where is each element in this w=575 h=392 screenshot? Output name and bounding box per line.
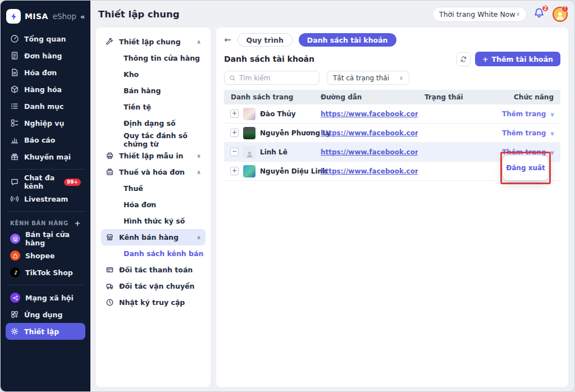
sidebar-item-label: Nghiệp vụ [24, 119, 64, 127]
chevron-up-icon: ∧ [197, 39, 201, 45]
refresh-button[interactable] [457, 52, 471, 66]
sidebar-item-mang-xa-hoi[interactable]: Mạng xã hội [6, 289, 85, 306]
account-cell: + Đào Thủy [224, 108, 314, 120]
menu-hinh-thuc-ky-so[interactable]: Hình thức ký số [101, 213, 206, 229]
table-row: + Nguyễn Phương Ly https://www.facebook.… [224, 124, 560, 143]
sidebar-item-label: Livestream [24, 195, 68, 203]
live-icon [10, 194, 19, 203]
chevron-down-icon: ∨ [550, 111, 554, 117]
sidebar-item-ban-tai-cua-hang[interactable]: Bán tại cửa hàng [6, 230, 85, 247]
col-duong-dan: Đường dẫn [314, 93, 418, 101]
sidebar-item-nghiep-vu[interactable]: Nghiệp vụ [6, 115, 85, 131]
box-icon [10, 85, 19, 94]
tab-danh-sach-tai-khoan[interactable]: Danh sách tài khoản [299, 33, 396, 47]
menu-doi-tac-thanh-toan[interactable]: Đối tác thanh toán [101, 262, 206, 278]
primary-sidebar: MISAeShop « Tổng quan Đơn hàng Hóa đơn H… [1, 1, 90, 391]
add-page-link[interactable]: Thêm trang [502, 129, 546, 137]
logout-menu-item[interactable]: Đăng xuất [503, 156, 548, 180]
menu-doi-tac-van-chuyen[interactable]: Đối tác vận chuyển [101, 278, 206, 294]
menu-hoa-don[interactable]: Hóa đơn [101, 197, 206, 213]
section-title: Danh sách tài khoản [224, 54, 314, 63]
menu-thong-tin-cua-hang[interactable]: Thông tin cửa hàng [101, 50, 206, 66]
menu-tien-te[interactable]: Tiền tệ [101, 99, 206, 115]
printer-icon [106, 152, 114, 160]
store-channel-icon [10, 234, 20, 244]
expand-icon[interactable]: + [230, 110, 239, 118]
notification-bell-button[interactable]: 2 [533, 7, 546, 21]
tasks-icon [10, 118, 19, 127]
add-account-button[interactable]: +Thêm tài khoản [475, 52, 560, 66]
sidebar-item-danh-muc[interactable]: Danh mục [6, 98, 85, 115]
menu-kho[interactable]: Kho [101, 66, 206, 83]
menu-thue[interactable]: Thuế [101, 180, 206, 197]
menu-thue-va-hoa-don[interactable]: Thuế và hóa đơn∧ [101, 164, 206, 180]
sidebar-item-chat-da-kenh[interactable]: Chat đa kênh99+ [6, 174, 85, 190]
brand-name-suffix: eShop [53, 12, 76, 21]
menu-label: Đối tác thanh toán [119, 266, 193, 274]
app-window: MISAeShop « Tổng quan Đơn hàng Hóa đơn H… [0, 0, 575, 392]
col-danh-sach-trang: Danh sách trang [224, 93, 314, 101]
sidebar-item-tong-quan[interactable]: Tổng quan [6, 30, 85, 47]
shopee-icon [10, 250, 20, 261]
chart-icon [10, 135, 19, 144]
sidebar-item-label: Shopee [25, 252, 54, 260]
apps-icon [10, 310, 19, 319]
menu-thiet-lap-chung[interactable]: Thiết lập chung∧ [101, 34, 206, 50]
store-selector-dropdown[interactable]: Thời trang White Now ∨ [432, 7, 527, 22]
sidebar-item-hoa-don[interactable]: Hóa đơn [6, 64, 85, 81]
menu-dinh-dang-so[interactable]: Định dạng số [101, 115, 206, 131]
invoice-icon [10, 68, 19, 77]
expand-icon[interactable]: + [230, 129, 239, 137]
menu-danh-sach-kenh-ban[interactable]: Danh sách kênh bán [101, 245, 206, 262]
sidebar-item-livestream[interactable]: Livestream [6, 190, 85, 207]
add-channel-icon[interactable]: + [74, 219, 81, 227]
menu-ban-hang[interactable]: Bán hàng [101, 83, 206, 99]
order-icon [10, 51, 19, 60]
account-url-link[interactable]: https://www.facebook.com/pr... [314, 148, 418, 156]
expand-icon[interactable]: + [230, 167, 239, 175]
account-url-link[interactable]: https://www.facebook.com/pr... [314, 110, 418, 118]
action-cell[interactable]: Thêm trang∨ [502, 110, 562, 118]
sidebar-item-label: Danh mục [24, 102, 63, 111]
status-filter-dropdown[interactable]: Tất cả trạng thái ∨ [327, 71, 409, 85]
user-avatar[interactable]: ! [553, 7, 568, 22]
sidebar-item-shopee[interactable]: Shopee [6, 247, 85, 264]
sidebar-collapse-icon[interactable]: « [80, 12, 85, 21]
menu-kenh-ban-hang[interactable]: Kênh bán hàng∧ [101, 229, 206, 245]
menu-nhat-ky-truy-cap[interactable]: Nhật ký truy cập [101, 294, 206, 311]
storefront-icon [106, 233, 114, 241]
add-page-link[interactable]: Thêm trang [502, 110, 546, 118]
collapse-row-icon[interactable]: − [230, 148, 239, 156]
cash-register-icon [106, 168, 114, 176]
account-avatar [243, 108, 255, 120]
top-actions: Thời trang White Now ∨ 2 ! [432, 7, 568, 22]
sidebar-item-hang-hoa[interactable]: Hàng hóa [6, 81, 85, 98]
menu-label: Thuế và hóa đơn [119, 168, 185, 176]
credit-card-icon [106, 266, 114, 274]
sidebar-item-khuyen-mai[interactable]: Khuyến mại [6, 148, 85, 165]
wrench-icon [106, 38, 114, 46]
sidebar-item-ung-dung[interactable]: Ứng dụng [6, 306, 85, 323]
gauge-icon [10, 34, 19, 43]
sidebar-item-label: Tổng quan [24, 35, 66, 43]
sidebar-item-bao-cao[interactable]: Báo cáo [6, 131, 85, 148]
search-input[interactable] [239, 74, 314, 82]
menu-quy-tac-danh-so[interactable]: Quy tắc đánh số chứng từ [101, 131, 206, 148]
account-url-link[interactable]: https://www.facebook.com/pr... [314, 129, 418, 137]
sidebar-item-tiktok-shop[interactable]: TikTok Shop [6, 264, 85, 281]
sidebar-item-label: Hóa đơn [24, 69, 57, 77]
divider [7, 211, 84, 212]
back-button[interactable]: ← [224, 35, 231, 45]
menu-thiet-lap-mau-in[interactable]: Thiết lập mẫu in∨ [101, 148, 206, 164]
sidebar-item-thiet-lap[interactable]: Thiết lập [6, 323, 85, 340]
search-box[interactable] [224, 71, 320, 85]
account-url-link[interactable]: https://www.facebook.com/pr... [314, 167, 418, 175]
action-cell[interactable]: Thêm trang∨ [502, 129, 562, 137]
account-avatar [243, 127, 255, 139]
chat-icon [10, 177, 19, 186]
col-chuc-nang: Chức năng [502, 93, 560, 101]
sidebar-item-don-hang[interactable]: Đơn hàng [6, 47, 85, 64]
chevron-down-icon: ∨ [399, 75, 403, 81]
tab-quy-trinh[interactable]: Quy trình [238, 33, 293, 47]
notification-badge: 2 [541, 4, 549, 12]
